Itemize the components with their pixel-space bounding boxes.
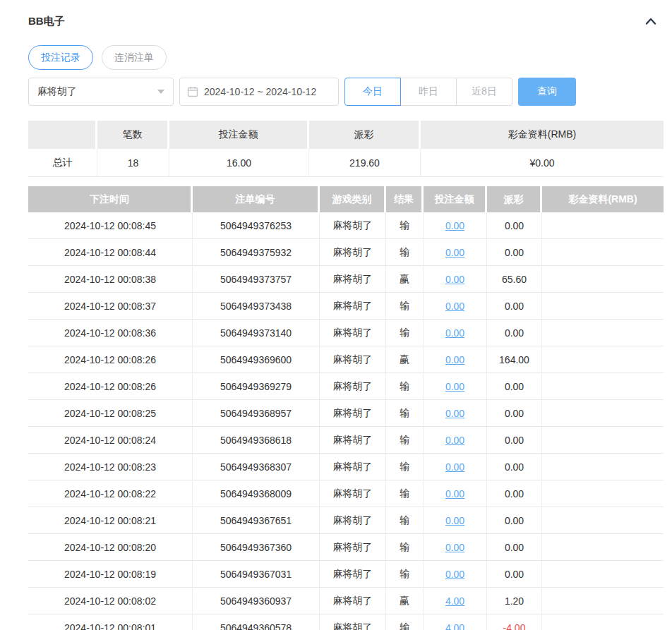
bet-amount-link[interactable]: 0.00	[445, 247, 464, 258]
summary-total-bonus: ¥0.00	[421, 149, 664, 177]
tab-cancelled-bets[interactable]: 连消注单	[102, 45, 167, 70]
last-8-days-button[interactable]: 近8日	[456, 78, 512, 106]
payout-cell: 0.00	[487, 507, 542, 534]
bet-amount-cell: 0.00	[424, 561, 487, 588]
bet-amount-link[interactable]: 0.00	[445, 408, 464, 419]
collapse-button[interactable]	[642, 14, 659, 28]
bet-amount-link[interactable]: 0.00	[445, 515, 464, 526]
bet-amount-link[interactable]: 4.00	[445, 595, 464, 607]
today-button[interactable]: 今日	[344, 78, 401, 106]
result-cell: 赢	[386, 346, 424, 373]
bet-id-cell: 5064949369600	[193, 346, 320, 373]
bet-amount-link[interactable]: 0.00	[445, 435, 464, 446]
summary-header-payout: 派彩	[309, 121, 421, 149]
tab-bet-records[interactable]: 投注记录	[28, 45, 93, 70]
bet-time-cell: 2024-10-12 00:08:20	[28, 534, 193, 561]
bet-amount-link[interactable]: 0.00	[445, 301, 464, 312]
game-type-cell: 麻将胡了	[320, 561, 386, 588]
bonus-cell	[542, 561, 664, 588]
bet-amount-link[interactable]: 0.00	[445, 488, 464, 499]
game-type-cell: 麻将胡了	[320, 588, 386, 614]
bet-id-cell: 5064949375932	[193, 239, 320, 266]
chevron-up-icon	[645, 18, 656, 25]
bet-time-cell: 2024-10-12 00:08:22	[28, 480, 193, 507]
chevron-down-icon	[157, 90, 164, 94]
summary-total-payout: 219.60	[309, 149, 421, 177]
summary-total-count: 18	[97, 149, 169, 177]
bonus-cell	[542, 320, 664, 346]
game-type-cell: 麻将胡了	[320, 480, 386, 507]
bonus-cell	[542, 239, 664, 266]
bonus-cell	[542, 212, 664, 239]
bet-amount-cell: 0.00	[424, 212, 487, 239]
payout-cell: 0.00	[487, 373, 542, 400]
game-type-cell: 麻将胡了	[320, 346, 386, 373]
bet-amount-cell: 4.00	[424, 588, 487, 614]
bonus-cell	[542, 588, 664, 614]
payout-cell: 0.00	[487, 212, 542, 239]
bet-amount-link[interactable]: 4.00	[445, 622, 464, 630]
bet-id-cell: 5064949367031	[193, 561, 320, 588]
bet-time-cell: 2024-10-12 00:08:24	[28, 427, 193, 454]
game-type-cell: 麻将胡了	[320, 239, 386, 266]
game-type-cell: 麻将胡了	[320, 212, 386, 239]
bet-amount-link[interactable]: 0.00	[445, 354, 464, 365]
table-body: 2024-10-12 00:08:455064949376253麻将胡了输0.0…	[28, 212, 664, 630]
table-row: 2024-10-12 00:08:225064949368009麻将胡了输0.0…	[28, 480, 664, 507]
game-type-cell: 麻将胡了	[320, 614, 386, 630]
bet-id-cell: 5064949368307	[193, 454, 320, 480]
header-bonus: 彩金资料(RMB)	[542, 186, 664, 212]
game-select[interactable]: 麻将胡了	[28, 78, 174, 106]
filter-bar: 麻将胡了 2024-10-12 ~ 2024-10-12 今日 昨日 近8日	[28, 78, 664, 106]
result-cell: 输	[386, 400, 424, 427]
bet-amount-cell: 0.00	[424, 454, 487, 480]
game-type-cell: 麻将胡了	[320, 320, 386, 346]
date-range-picker[interactable]: 2024-10-12 ~ 2024-10-12	[179, 78, 339, 106]
table-row: 2024-10-12 00:08:385064949373757麻将胡了赢0.0…	[28, 266, 664, 293]
payout-cell: 0.00	[487, 239, 542, 266]
search-button[interactable]: 查询	[518, 78, 576, 106]
bet-time-cell: 2024-10-12 00:08:26	[28, 373, 193, 400]
table-row: 2024-10-12 00:08:235064949368307麻将胡了输0.0…	[28, 454, 664, 480]
bonus-cell	[542, 373, 664, 400]
payout-cell: 164.00	[487, 346, 542, 373]
bet-id-cell: 5064949367360	[193, 534, 320, 561]
header-bet-time: 下注时间	[28, 186, 193, 212]
bet-time-cell: 2024-10-12 00:08:26	[28, 346, 193, 373]
bet-amount-link[interactable]: 0.00	[445, 220, 464, 231]
bet-time-cell: 2024-10-12 00:08:02	[28, 588, 193, 614]
summary-header-count: 笔数	[97, 121, 169, 149]
game-type-cell: 麻将胡了	[320, 373, 386, 400]
bonus-cell	[542, 507, 664, 534]
summary-total-bet-amount: 16.00	[169, 149, 309, 177]
bet-amount-link[interactable]: 0.00	[445, 327, 464, 339]
table-row: 2024-10-12 00:08:025064949360937麻将胡了赢4.0…	[28, 588, 664, 614]
payout-cell: 0.00	[487, 561, 542, 588]
records-header-row: 下注时间 注单编号 游戏类别 结果 投注金额 派彩 彩金资料(RMB)	[28, 186, 664, 212]
bet-amount-cell: 0.00	[424, 400, 487, 427]
result-cell: 输	[386, 293, 424, 320]
bet-amount-cell: 0.00	[424, 480, 487, 507]
summary-total-label: 总计	[28, 149, 97, 177]
bet-id-cell: 5064949367651	[193, 507, 320, 534]
bet-amount-link[interactable]: 0.00	[445, 542, 464, 553]
table-row: 2024-10-12 00:08:265064949369600麻将胡了赢0.0…	[28, 346, 664, 373]
bet-amount-link[interactable]: 0.00	[445, 461, 464, 473]
payout-cell: 65.60	[487, 266, 542, 293]
bet-id-cell: 5064949369279	[193, 373, 320, 400]
game-type-cell: 麻将胡了	[320, 293, 386, 320]
bet-amount-cell: 0.00	[424, 373, 487, 400]
summary-header-row: 笔数 投注金额 派彩 彩金资料(RMB)	[28, 121, 664, 149]
bet-amount-cell: 4.00	[424, 614, 487, 630]
bonus-cell	[542, 266, 664, 293]
yesterday-button[interactable]: 昨日	[400, 78, 457, 106]
table-row: 2024-10-12 00:08:205064949367360麻将胡了输0.0…	[28, 534, 664, 561]
bonus-cell	[542, 454, 664, 480]
payout-cell: 0.00	[487, 480, 542, 507]
bet-amount-link[interactable]: 0.00	[445, 274, 464, 285]
bet-time-cell: 2024-10-12 00:08:23	[28, 454, 193, 480]
bet-amount-link[interactable]: 0.00	[445, 569, 464, 580]
game-type-cell: 麻将胡了	[320, 266, 386, 293]
bet-amount-link[interactable]: 0.00	[445, 381, 464, 392]
game-type-cell: 麻将胡了	[320, 454, 386, 480]
